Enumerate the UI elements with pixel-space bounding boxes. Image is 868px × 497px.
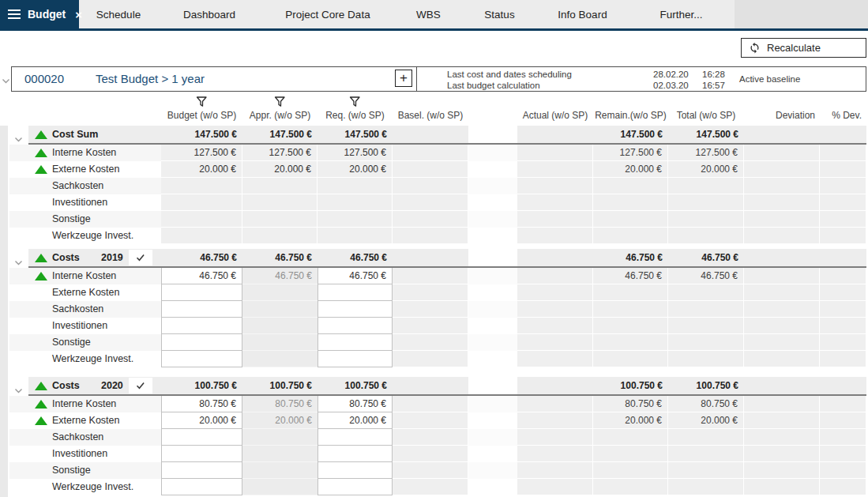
- cell-actual: [517, 479, 593, 495]
- tab-status[interactable]: Status: [462, 0, 537, 28]
- column-header-budget: Budget (w/o SP): [161, 110, 242, 122]
- tab-budget[interactable]: Budget ×: [0, 0, 79, 28]
- cell-remain: [593, 351, 668, 367]
- tab-list: ScheduleDashboardProject Core DataWBSSta…: [79, 0, 735, 28]
- trend-up-icon: [35, 382, 47, 390]
- group-total-appr: 100.750 €: [242, 377, 318, 394]
- cell-budget: 127.500 €: [161, 145, 242, 161]
- cell-appr: [242, 446, 318, 462]
- cell-req[interactable]: [318, 446, 393, 462]
- tab-wbs[interactable]: WBS: [395, 0, 462, 28]
- cell-budget: [161, 194, 242, 211]
- cell-deviation: [744, 412, 820, 429]
- tab-schedule[interactable]: Schedule: [79, 0, 158, 28]
- cell-req[interactable]: [318, 334, 393, 351]
- filter-icon-req[interactable]: [349, 96, 361, 111]
- cell-budget[interactable]: [161, 446, 242, 462]
- cell-total: [668, 351, 744, 367]
- cell-actual: [517, 396, 593, 412]
- cell-appr: 20.000 €: [242, 412, 318, 429]
- cell-budget[interactable]: 46.750 €: [161, 268, 242, 284]
- row-gap-stripe: [468, 211, 517, 228]
- group-checkbox[interactable]: [129, 250, 152, 265]
- cell-actual: [517, 228, 593, 244]
- group-total-remain: 46.750 €: [593, 249, 668, 266]
- cell-budget[interactable]: [161, 334, 242, 351]
- tab-info-board[interactable]: Info Board: [537, 0, 628, 28]
- group-name: Costs: [52, 249, 80, 266]
- recalculate-button[interactable]: Recalculate: [741, 38, 866, 58]
- cell-budget[interactable]: 80.750 €: [161, 396, 242, 412]
- cell-total: 20.000 €: [668, 161, 744, 178]
- cell-basel: [393, 396, 468, 412]
- group-chevron-icon[interactable]: [14, 382, 23, 397]
- tab-further[interactable]: Further...: [628, 0, 735, 28]
- cell-budget[interactable]: [161, 318, 242, 334]
- filter-icon-budget[interactable]: [196, 96, 208, 111]
- menu-icon[interactable]: [8, 9, 21, 19]
- cell-total: 80.750 €: [668, 396, 744, 412]
- cell-actual: [517, 462, 593, 479]
- cell-budget[interactable]: [161, 462, 242, 479]
- budget-page: Budget × ScheduleDashboardProject Core D…: [0, 0, 868, 497]
- tab-dashboard[interactable]: Dashboard: [158, 0, 261, 28]
- row-gap-stripe: [468, 301, 517, 318]
- cell-actual: [517, 429, 593, 446]
- row-gap-stripe: [468, 268, 517, 284]
- project-selector[interactable]: 000020 Test Budget > 1 year +: [12, 67, 417, 91]
- row-label: Werkzeuge Invest.: [52, 228, 133, 244]
- cell-appr: 20.000 €: [242, 161, 318, 178]
- cell-req[interactable]: [318, 318, 393, 334]
- cell-req[interactable]: 80.750 €: [318, 396, 393, 412]
- group-checkbox[interactable]: [129, 378, 152, 393]
- cell-budget[interactable]: [161, 429, 242, 446]
- cell-actual: [517, 161, 593, 178]
- cell-req[interactable]: 20.000 €: [318, 412, 393, 429]
- group-chevron-icon[interactable]: [14, 254, 23, 269]
- cell-appr: [242, 178, 318, 194]
- table-row-sonstige-cost-sum: Sonstige: [0, 211, 868, 228]
- column-header-req: Req. (w/o SP): [318, 110, 393, 122]
- cell-budget[interactable]: [161, 351, 242, 367]
- cell-req[interactable]: [318, 429, 393, 446]
- cell-actual: [517, 194, 593, 211]
- cell-remain: 20.000 €: [593, 161, 668, 178]
- trend-up-icon: [35, 400, 47, 409]
- cell-req[interactable]: [318, 462, 393, 479]
- cell-appr: [242, 211, 318, 228]
- cell-pdev: [820, 318, 866, 334]
- table-row-interne-kosten-cost-sum: Interne Kosten127.500 €127.500 €127.500 …: [0, 145, 868, 161]
- cell-req[interactable]: [318, 301, 393, 318]
- cell-budget[interactable]: 20.000 €: [161, 412, 242, 429]
- cell-remain: [593, 228, 668, 244]
- cell-req[interactable]: [318, 479, 393, 495]
- cell-req[interactable]: [318, 351, 393, 367]
- row-label: Sachkosten: [52, 429, 103, 446]
- filter-icon-appr[interactable]: [274, 96, 286, 111]
- cell-req[interactable]: [318, 284, 393, 301]
- cell-basel: [393, 228, 468, 244]
- cell-deviation: [744, 161, 820, 178]
- cell-budget[interactable]: [161, 301, 242, 318]
- cell-remain: [593, 211, 668, 228]
- trend-up-icon: [35, 149, 47, 157]
- add-project-button[interactable]: +: [395, 70, 412, 87]
- table-row-externe-kosten-costs-2020: Externe Kosten20.000 €20.000 €20.000 €20…: [0, 412, 868, 429]
- cell-budget[interactable]: [161, 284, 242, 301]
- cell-remain: [593, 479, 668, 495]
- cell-req: [318, 228, 393, 244]
- cell-actual: [517, 334, 593, 351]
- cell-deviation: [744, 429, 820, 446]
- cell-budget[interactable]: [161, 479, 242, 495]
- tab-project-core-data[interactable]: Project Core Data: [261, 0, 395, 28]
- table-row-sonstige-costs-2020: Sonstige: [0, 462, 868, 479]
- cell-req: 127.500 €: [318, 145, 393, 161]
- column-header-total: Total (w/o SP): [668, 110, 744, 122]
- cell-budget: [161, 178, 242, 194]
- project-collapse-chevron[interactable]: [2, 73, 10, 87]
- table-row-werkzeuge-invest-costs-2020: Werkzeuge Invest.: [0, 479, 868, 495]
- cell-appr: [242, 301, 318, 318]
- cell-appr: [242, 429, 318, 446]
- cell-req[interactable]: 46.750 €: [318, 268, 393, 284]
- group-chevron-icon[interactable]: [14, 131, 23, 145]
